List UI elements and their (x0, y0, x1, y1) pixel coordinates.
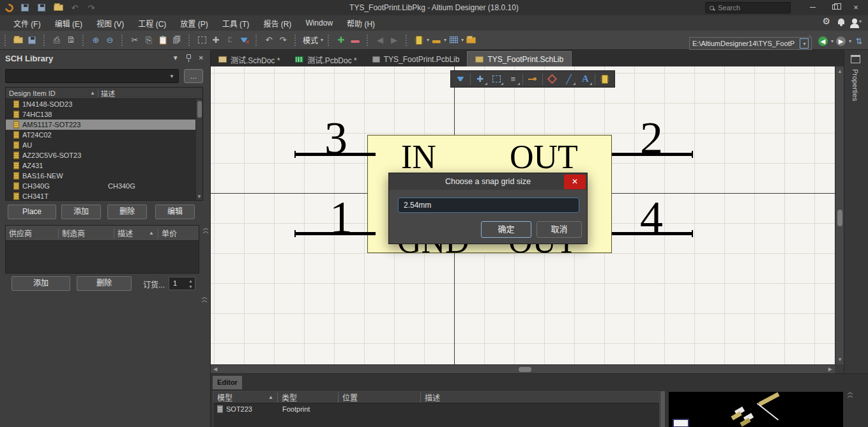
toolbar-group-handle[interactable] (328, 35, 331, 46)
list-scrollbar[interactable]: ▼ (195, 99, 202, 200)
filter-more-button[interactable]: … (184, 69, 203, 83)
print-icon[interactable]: ⎙ (50, 34, 64, 47)
pin-tool-icon[interactable] (525, 72, 540, 86)
menu-place[interactable]: 放置 (P) (173, 16, 215, 31)
toolbar-group-handle[interactable] (43, 35, 47, 46)
expand-panel-icon[interactable]: ︿︿ (846, 391, 855, 397)
save-icon[interactable] (20, 3, 30, 12)
menu-tools[interactable]: 工具 (T) (215, 16, 257, 31)
search-input[interactable]: Search (705, 2, 791, 13)
restore-button[interactable] (824, 0, 846, 14)
toolbar-group-handle[interactable] (4, 35, 8, 46)
ok-button[interactable]: 确定 (481, 221, 531, 238)
menu-view[interactable]: 视图 (V) (89, 16, 131, 31)
tab-pcblib[interactable]: TYS_FootPrint.PcbLib (365, 52, 468, 66)
refresh-icon[interactable]: ⇅ (854, 35, 864, 47)
save-all-icon[interactable] (36, 3, 47, 12)
grid-size-input[interactable] (398, 198, 579, 213)
grid-settings-icon[interactable] (446, 34, 461, 47)
undo-icon[interactable]: ↶ (70, 3, 80, 12)
toolbar-group-handle[interactable] (406, 35, 409, 46)
toolbar-group-handle[interactable] (255, 35, 259, 46)
filter-dropdown-icon[interactable]: ▼ (169, 74, 174, 79)
scroll-down-icon[interactable]: ▼ (837, 357, 842, 362)
toolbar-group-handle[interactable] (188, 35, 192, 46)
settings-gear-icon[interactable]: ⚙ (822, 17, 830, 26)
model-row[interactable]: SOT223 Footprint (213, 403, 659, 414)
ieee-symbol-icon[interactable]: ✓ (429, 34, 443, 47)
list-item[interactable]: AU (6, 140, 202, 150)
menu-file[interactable]: 文件 (F) (6, 16, 48, 31)
list-item[interactable]: BAS16-NEW (6, 171, 202, 181)
zoom-in-icon[interactable]: ⊕ (89, 34, 103, 47)
menu-window[interactable]: Window (298, 17, 340, 29)
user-dropdown-icon[interactable]: ▾ (859, 19, 862, 24)
line-tool-icon[interactable]: ╱ (561, 72, 577, 86)
cut-icon[interactable]: ✂ (128, 34, 142, 47)
move-cross-icon[interactable]: ✚ (209, 34, 223, 47)
panel-close-icon[interactable]: ✕ (199, 54, 204, 61)
list-item[interactable]: AZ23C5V6-SOT23 (6, 150, 202, 160)
toolbar-group-handle[interactable] (367, 35, 370, 46)
place-button[interactable]: Place (8, 205, 56, 219)
undo-toolbar-icon[interactable]: ↶ (262, 34, 276, 47)
next-part-icon[interactable]: ▶ (387, 34, 401, 47)
zoom-out-icon[interactable]: ⊖ (103, 34, 117, 47)
project-path-combobox[interactable]: E:\AltiumDesigner14\TYS_FootP ▾ (689, 37, 812, 50)
column-design-item-id[interactable]: Design Item ID (6, 89, 90, 97)
clear-filter-icon[interactable]: ✕ (237, 34, 251, 47)
scroll-left-icon[interactable]: ◀ (213, 366, 217, 372)
component-tool-icon[interactable] (412, 34, 426, 47)
canvas-horizontal-scrollbar[interactable]: ◀ ▶ (211, 364, 835, 373)
list-item[interactable]: 1N4148-SOD23 (6, 99, 202, 109)
select-area-icon[interactable] (195, 34, 209, 47)
minimize-button[interactable] (802, 0, 823, 14)
editor-tab[interactable]: Editor (213, 376, 242, 389)
browse-forward-dropdown-icon[interactable]: ▾ (849, 38, 851, 44)
panel-menu-chevron-icon[interactable]: ▼ (172, 54, 179, 61)
mode-dropdown[interactable]: 模式 (301, 35, 320, 45)
edit-component-button[interactable]: 编辑 (155, 205, 195, 219)
paste-array-icon[interactable]: 🗐 (170, 34, 184, 47)
menu-edit[interactable]: 编辑 (E) (48, 16, 89, 31)
scroll-up-icon[interactable]: ▲ (837, 68, 842, 74)
order-qty-stepper[interactable]: 1 ▲▼ (169, 277, 195, 290)
collapse-section-icon[interactable]: ︿︿ (202, 226, 209, 233)
properties-panel-tab[interactable]: Properties (851, 69, 859, 101)
text-tool-icon[interactable]: A (577, 72, 593, 86)
redo-icon[interactable]: ↷ (86, 3, 96, 12)
toolbar-group-handle[interactable] (82, 35, 86, 46)
scroll-right-icon[interactable]: ▶ (828, 366, 832, 372)
collapse-panel-icon[interactable]: ︿︿ (201, 295, 208, 302)
scroll-down-icon[interactable]: ▼ (197, 194, 202, 199)
prev-part-icon[interactable]: ◀ (373, 34, 387, 47)
align-icon[interactable]: ≡ (505, 72, 521, 86)
scrollbar-thumb[interactable] (519, 367, 531, 372)
menu-reports[interactable]: 报告 (R) (256, 16, 298, 31)
save-document-icon[interactable] (25, 34, 39, 47)
cancel-button[interactable]: 取消 (537, 221, 582, 238)
filter-icon[interactable] (453, 72, 468, 86)
selection-rect-icon[interactable] (489, 72, 505, 86)
open-folder-icon[interactable] (53, 3, 63, 12)
schematic-canvas[interactable]: ✚ ≡ ╱ A 3 2 1 4 IN OUT GND OUT Choose a … (211, 66, 835, 364)
panels-icon[interactable] (851, 55, 860, 63)
close-button[interactable]: × (845, 0, 867, 14)
align-icon[interactable]: ⁞⁚ (223, 34, 237, 47)
toolbar-group-handle[interactable] (121, 35, 125, 46)
column-description[interactable]: 描述 (101, 88, 115, 98)
browse-back-dropdown-icon[interactable]: ▾ (831, 38, 834, 44)
menu-project[interactable]: 工程 (C) (131, 16, 173, 31)
dialog-close-button[interactable]: ✕ (564, 175, 586, 189)
list-item[interactable]: AT24C02 (6, 130, 202, 140)
add-supplier-button[interactable]: 添加 (11, 276, 70, 291)
supplier-table-header[interactable]: 供应商 制造商 描述 ▲ 单价 (6, 226, 199, 241)
list-item[interactable]: CH340GCH340G (6, 181, 202, 191)
model-table-scrollbar[interactable] (660, 391, 665, 427)
user-account-icon[interactable] (852, 19, 857, 24)
scrollbar-thumb[interactable] (197, 101, 202, 118)
library-filter-combobox[interactable]: ▼ (5, 69, 179, 83)
notifications-bell-icon[interactable] (838, 19, 844, 24)
remove-mode-icon[interactable]: ▬ (348, 34, 362, 47)
menu-help[interactable]: 帮助 (H) (340, 16, 382, 31)
